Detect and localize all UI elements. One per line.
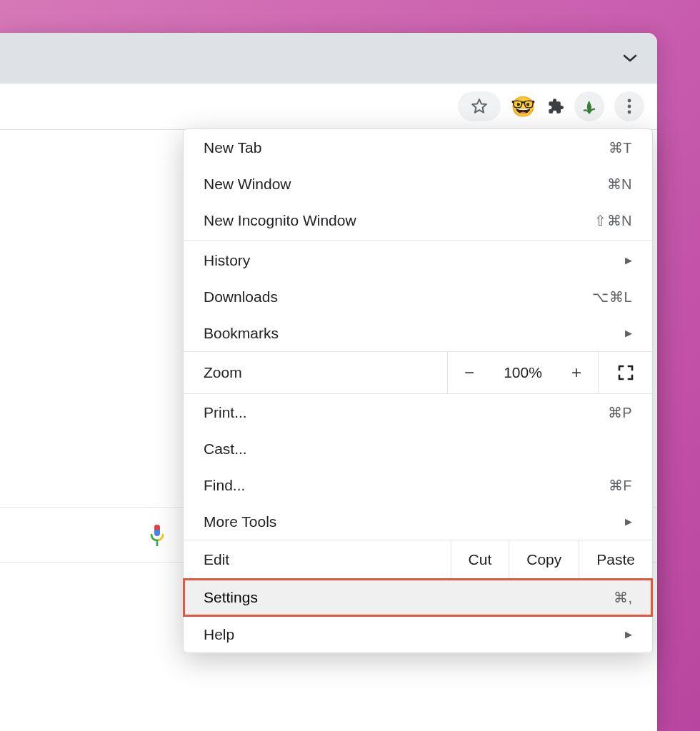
menu-item-new-window[interactable]: New Window ⌘N	[184, 166, 652, 202]
menu-accelerator: ⌘N	[607, 176, 632, 193]
tab-strip	[0, 33, 657, 84]
menu-item-new-incognito[interactable]: New Incognito Window ⇧⌘N	[184, 202, 652, 238]
menu-item-bookmarks[interactable]: Bookmarks ▶	[184, 315, 652, 351]
edit-copy-button[interactable]: Copy	[509, 540, 579, 578]
menu-accelerator: ⌘,	[614, 589, 632, 606]
svg-point-1	[628, 105, 631, 109]
chevron-right-icon: ▶	[625, 328, 632, 338]
menu-label: History	[204, 252, 625, 269]
edit-label: Edit	[184, 540, 451, 578]
browser-toolbar: 🤓	[0, 84, 657, 130]
menu-item-more-tools[interactable]: More Tools ▶	[184, 503, 652, 540]
menu-label: More Tools	[204, 513, 625, 530]
extensions-puzzle-icon[interactable]	[546, 97, 564, 116]
star-icon	[470, 97, 489, 116]
chevron-right-icon: ▶	[625, 255, 632, 266]
menu-label: New Incognito Window	[204, 212, 594, 229]
menu-item-settings[interactable]: Settings ⌘,	[184, 579, 652, 616]
menu-item-new-tab[interactable]: New Tab ⌘T	[184, 129, 652, 166]
menu-zoom-row: Zoom − 100% +	[184, 351, 652, 394]
menu-label: Help	[204, 626, 625, 643]
menu-accelerator: ⇧⌘N	[594, 212, 632, 229]
chevron-right-icon: ▶	[625, 516, 632, 527]
zoom-in-button[interactable]: +	[555, 352, 598, 393]
profile-avatar-button[interactable]	[574, 91, 604, 121]
menu-item-cast[interactable]: Cast...	[184, 430, 652, 467]
chevron-right-icon: ▶	[625, 629, 632, 640]
zoom-label: Zoom	[184, 352, 448, 393]
bookmark-star-button[interactable]	[458, 91, 501, 121]
menu-label: Find...	[204, 477, 609, 494]
menu-label: New Window	[204, 176, 607, 193]
menu-separator	[184, 240, 652, 241]
menu-item-print[interactable]: Print... ⌘P	[184, 394, 652, 430]
microphone-icon[interactable]	[149, 523, 166, 548]
menu-item-history[interactable]: History ▶	[184, 242, 652, 278]
menu-accelerator: ⌥⌘L	[592, 288, 632, 306]
menu-label: Print...	[204, 404, 608, 421]
menu-label: Downloads	[204, 288, 592, 306]
edit-cut-button[interactable]: Cut	[451, 540, 509, 578]
zoom-level-value: 100%	[491, 352, 555, 393]
menu-edit-row: Edit Cut Copy Paste	[184, 540, 652, 579]
chrome-main-menu: New Tab ⌘T New Window ⌘N New Incognito W…	[183, 128, 653, 653]
fullscreen-button[interactable]	[598, 352, 652, 393]
svg-rect-4	[154, 525, 160, 530]
menu-accelerator: ⌘P	[608, 404, 632, 421]
avatar-extension-icon[interactable]: 🤓	[511, 95, 536, 119]
more-vertical-icon	[627, 99, 631, 114]
menu-item-find[interactable]: Find... ⌘F	[184, 467, 652, 503]
menu-item-help[interactable]: Help ▶	[184, 616, 652, 652]
menu-label: Settings	[204, 589, 614, 606]
chrome-menu-button[interactable]	[614, 91, 644, 121]
menu-label: Cast...	[204, 440, 632, 458]
tabs-dropdown-chevron-icon[interactable]	[623, 54, 637, 63]
menu-accelerator: ⌘F	[609, 477, 632, 494]
edit-paste-button[interactable]: Paste	[579, 540, 652, 578]
zoom-out-button[interactable]: −	[448, 352, 491, 393]
svg-point-2	[628, 111, 631, 114]
menu-item-downloads[interactable]: Downloads ⌥⌘L	[184, 278, 652, 315]
menu-accelerator: ⌘T	[609, 139, 632, 156]
menu-label: Bookmarks	[204, 325, 625, 342]
fullscreen-icon	[617, 364, 634, 381]
plant-avatar-icon	[579, 96, 599, 116]
menu-label: New Tab	[204, 139, 609, 156]
svg-point-0	[628, 99, 631, 103]
